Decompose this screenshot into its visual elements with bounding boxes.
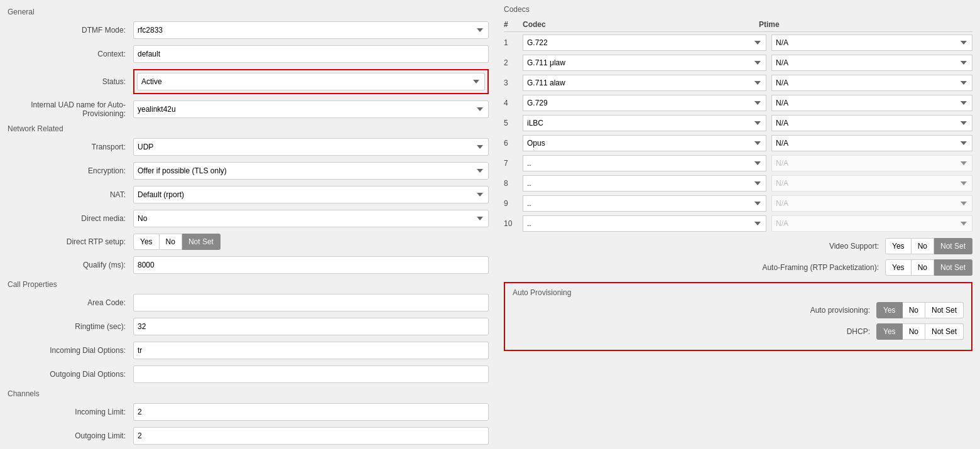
codec-select-3[interactable]: G.711 alaw — [523, 75, 766, 91]
codec-num-1: 1 — [504, 38, 523, 47]
codec-select-4[interactable]: G.729 — [523, 95, 766, 111]
col-num-header: # — [504, 20, 523, 29]
auto-framing-no-btn[interactable]: No — [912, 259, 934, 276]
auto-prov-btngroup: Yes No Not Set — [876, 302, 964, 318]
codec-select-9[interactable]: .. — [523, 195, 766, 212]
codec-select-5[interactable]: iLBC — [523, 115, 766, 131]
video-support-btngroup: Yes No Not Set — [885, 238, 972, 254]
outgoing-dial-row: Outgoing Dial Options: — [8, 365, 489, 383]
general-section-title: General — [8, 8, 489, 16]
context-label: Context: — [8, 50, 133, 58]
ptime-select-8[interactable]: N/A — [771, 175, 972, 192]
outgoing-dial-input[interactable] — [133, 365, 489, 383]
status-label: Status: — [8, 77, 133, 86]
video-support-notset-btn[interactable]: Not Set — [934, 238, 972, 254]
codec-num-2: 2 — [504, 58, 523, 67]
auto-prov-yes-btn[interactable]: Yes — [876, 302, 903, 318]
codec-select-2[interactable]: G.711 μlaw — [523, 55, 766, 71]
dhcp-yes-btn[interactable]: Yes — [876, 323, 903, 340]
codec-select-7[interactable]: .. — [523, 155, 766, 171]
direct-rtp-no-btn[interactable]: No — [160, 234, 182, 250]
codec-num-7: 7 — [504, 159, 523, 168]
codec-num-6: 6 — [504, 139, 523, 148]
internal-uad-select[interactable]: yealinkt42u — [133, 100, 489, 118]
video-support-yes-btn[interactable]: Yes — [885, 238, 912, 254]
dhcp-no-btn[interactable]: No — [903, 323, 925, 340]
dhcp-notset-btn[interactable]: Not Set — [925, 323, 964, 340]
codec-row-9: 9 .. N/A — [504, 195, 972, 212]
qualify-input[interactable] — [133, 256, 489, 274]
ptime-select-1[interactable]: N/A — [771, 35, 972, 51]
transport-select[interactable]: UDP — [133, 138, 489, 156]
codec-row-5: 5 iLBC N/A — [504, 115, 972, 131]
outgoing-limit-input[interactable] — [133, 427, 489, 445]
dtmf-mode-select[interactable]: rfc2833 — [133, 21, 489, 39]
auto-framing-notset-btn[interactable]: Not Set — [934, 259, 972, 276]
codecs-section-title: Codecs — [504, 5, 972, 14]
outgoing-dial-label: Outgoing Dial Options: — [8, 370, 133, 379]
ptime-select-4[interactable]: N/A — [771, 95, 972, 111]
qualify-row: Qualify (ms): — [8, 256, 489, 274]
auto-prov-no-btn[interactable]: No — [903, 302, 925, 318]
codec-select-6[interactable]: Opus — [523, 135, 766, 151]
qualify-label: Qualify (ms): — [8, 261, 133, 269]
codec-row-4: 4 G.729 N/A — [504, 95, 972, 111]
direct-rtp-label: Direct RTP setup: — [8, 237, 133, 246]
codec-row-1: 1 G.722 N/A — [504, 35, 972, 51]
video-support-row: Video Support: Yes No Not Set — [504, 238, 972, 254]
codec-row-8: 8 .. N/A — [504, 175, 972, 192]
status-border-wrapper: Active — [133, 69, 489, 94]
codec-select-10[interactable]: .. — [523, 215, 766, 232]
codec-num-8: 8 — [504, 179, 523, 188]
ptime-select-6[interactable]: N/A — [771, 135, 972, 151]
direct-rtp-notset-btn[interactable]: Not Set — [182, 234, 220, 250]
direct-media-select[interactable]: No — [133, 210, 489, 227]
ringtime-input[interactable] — [133, 318, 489, 335]
area-code-input[interactable] — [133, 294, 489, 311]
video-support-label: Video Support: — [829, 242, 879, 251]
auto-prov-notset-btn[interactable]: Not Set — [925, 302, 964, 318]
dtmf-mode-label: DTMF Mode: — [8, 26, 133, 35]
internal-uad-row: Internal UAD name for Auto-Provisioning:… — [8, 100, 489, 118]
codec-select-8[interactable]: .. — [523, 175, 766, 192]
call-properties-section-title: Call Properties — [8, 280, 489, 289]
ptime-select-10[interactable]: N/A — [771, 215, 972, 232]
auto-framing-label: Auto-Framing (RTP Packetization): — [762, 263, 879, 272]
context-input[interactable] — [133, 45, 489, 63]
incoming-dial-input[interactable] — [133, 342, 489, 359]
auto-framing-row: Auto-Framing (RTP Packetization): Yes No… — [504, 259, 972, 276]
codec-num-3: 3 — [504, 78, 523, 87]
nat-row: NAT: Default (rport) — [8, 186, 489, 203]
codec-row-3: 3 G.711 alaw N/A — [504, 75, 972, 91]
ringtime-row: Ringtime (sec): — [8, 318, 489, 335]
auto-framing-yes-btn[interactable]: Yes — [885, 259, 912, 276]
dhcp-btngroup: Yes No Not Set — [876, 323, 964, 340]
direct-rtp-row: Direct RTP setup: Yes No Not Set — [8, 234, 489, 250]
encryption-select[interactable]: Offer if possible (TLS only) — [133, 162, 489, 180]
direct-rtp-btngroup: Yes No Not Set — [133, 234, 220, 250]
ringtime-label: Ringtime (sec): — [8, 322, 133, 331]
auto-provisioning-title: Auto Provisioning — [513, 288, 964, 297]
incoming-limit-label: Incoming Limit: — [8, 408, 133, 416]
codec-select-1[interactable]: G.722 — [523, 35, 766, 51]
ptime-select-3[interactable]: N/A — [771, 75, 972, 91]
ptime-select-5[interactable]: N/A — [771, 115, 972, 131]
codec-num-10: 10 — [504, 219, 523, 228]
ptime-select-9[interactable]: N/A — [771, 195, 972, 212]
dhcp-label: DHCP: — [847, 327, 870, 336]
ptime-select-2[interactable]: N/A — [771, 55, 972, 71]
video-support-no-btn[interactable]: No — [912, 238, 934, 254]
auto-prov-row: Auto provisioning: Yes No Not Set — [513, 302, 964, 318]
status-select[interactable]: Active — [137, 73, 485, 90]
nat-label: NAT: — [8, 190, 133, 199]
ptime-select-7[interactable]: N/A — [771, 155, 972, 171]
encryption-label: Encryption: — [8, 166, 133, 175]
codec-num-9: 9 — [504, 199, 523, 208]
transport-label: Transport: — [8, 143, 133, 151]
incoming-limit-input[interactable] — [133, 403, 489, 421]
context-row: Context: — [8, 45, 489, 63]
area-code-row: Area Code: — [8, 294, 489, 311]
incoming-dial-row: Incoming Dial Options: — [8, 342, 489, 359]
nat-select[interactable]: Default (rport) — [133, 186, 489, 203]
direct-rtp-yes-btn[interactable]: Yes — [133, 234, 160, 250]
